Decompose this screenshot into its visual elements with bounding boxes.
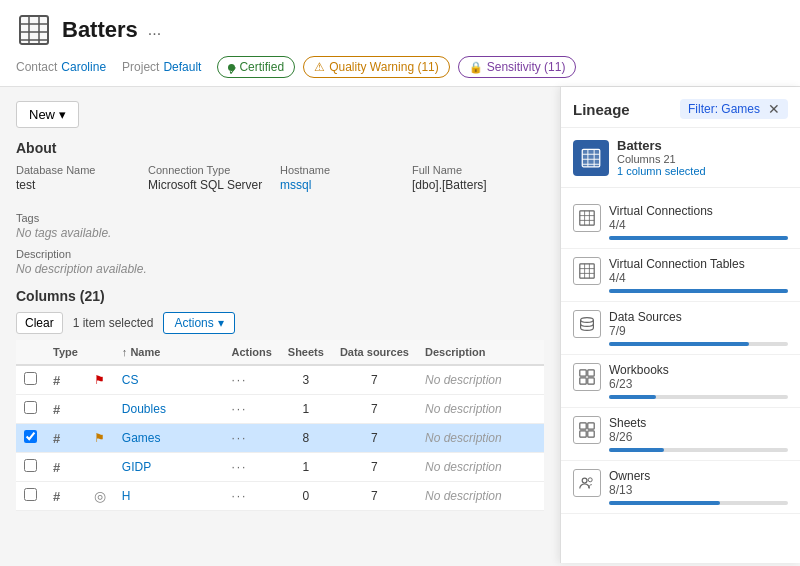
lineage-column-link[interactable]: 1 column selected [617, 165, 706, 177]
lineage-columns: Columns 21 [617, 153, 706, 165]
row-desc-games: No description [417, 424, 544, 453]
sheets-icon [573, 416, 601, 444]
table-row: # GIDP ··· 1 7 No description [16, 453, 544, 482]
svg-rect-25 [580, 378, 586, 384]
sheets-count: 8/26 [609, 430, 646, 444]
row-actions-gidp[interactable]: ··· [223, 453, 279, 482]
quality-warning-label: Quality Warning (11) [329, 60, 439, 74]
virtual-connections-progress-fill [609, 236, 788, 240]
header: Batters ... Contact Caroline Project Def… [0, 0, 800, 87]
col-header-type[interactable]: Type [45, 340, 86, 365]
dots-gidp[interactable]: ··· [231, 460, 247, 474]
row-checkbox-doubles[interactable] [16, 395, 45, 424]
table-header-row: Type ↑ Name Actions Sheets Data sources … [16, 340, 544, 365]
about-title: About [16, 140, 544, 156]
row-checkbox-games[interactable] [16, 424, 45, 453]
hash-icon: # [53, 489, 60, 504]
row-name-doubles[interactable]: Doubles [114, 395, 224, 424]
svg-rect-12 [580, 211, 594, 225]
clear-button[interactable]: Clear [16, 312, 63, 334]
hash-icon: # [53, 460, 60, 475]
more-options-icon[interactable]: ... [148, 21, 161, 39]
row-actions-h[interactable]: ··· [223, 482, 279, 511]
dots-h[interactable]: ··· [231, 489, 247, 503]
actions-button[interactable]: Actions ▾ [163, 312, 234, 334]
certified-label: Certified [239, 60, 284, 74]
lineage-item-virtual-connection-tables[interactable]: Virtual Connection Tables 4/4 [561, 249, 800, 302]
workbooks-info: Workbooks 6/23 [609, 363, 669, 391]
dots-cs[interactable]: ··· [231, 373, 247, 387]
col-name-link-h[interactable]: H [122, 489, 131, 503]
full-name-item: Full Name [dbo].[Batters] [412, 164, 544, 200]
warning-icon: ⚠ [314, 60, 325, 74]
col-name-link-gidp[interactable]: GIDP [122, 460, 151, 474]
row-sheets-gidp: 1 [280, 453, 332, 482]
certified-badge[interactable]: ✓ Certified [217, 56, 295, 78]
row-checkbox-cs[interactable] [16, 365, 45, 395]
filter-close-icon[interactable]: ✕ [768, 101, 780, 117]
row-actions-games[interactable]: ··· [223, 424, 279, 453]
virtual-connections-title: Virtual Connections [609, 204, 713, 218]
row-name-gidp[interactable]: GIDP [114, 453, 224, 482]
row-checkbox-gidp[interactable] [16, 453, 45, 482]
flag-icon-games: ⚑ [94, 431, 105, 445]
checkbox-doubles[interactable] [24, 401, 37, 414]
contact-value[interactable]: Caroline [61, 60, 106, 74]
col-header-actions[interactable]: Actions [223, 340, 279, 365]
checkbox-games[interactable] [24, 430, 37, 443]
row-name-cs[interactable]: CS [114, 365, 224, 395]
lineage-item-workbooks[interactable]: Workbooks 6/23 [561, 355, 800, 408]
row-flag-cs: ⚑ [86, 365, 114, 395]
col-header-sheets[interactable]: Sheets [280, 340, 332, 365]
data-sources-title: Data Sources [609, 310, 682, 324]
row-flag-games: ⚑ [86, 424, 114, 453]
row-actions-cs[interactable]: ··· [223, 365, 279, 395]
checkbox-cs[interactable] [24, 372, 37, 385]
svg-rect-24 [588, 370, 594, 376]
dots-games[interactable]: ··· [231, 431, 247, 445]
full-name-val: [dbo].[Batters] [412, 178, 544, 192]
sensitivity-badge[interactable]: 🔒 Sensitivity (11) [458, 56, 577, 78]
workbooks-icon [573, 363, 601, 391]
lineage-item-sheets[interactable]: Sheets 8/26 [561, 408, 800, 461]
lineage-item-owners[interactable]: Owners 8/13 [561, 461, 800, 514]
lineage-item-data-sources[interactable]: Data Sources 7/9 [561, 302, 800, 355]
lineage-item-virtual-connections[interactable]: Virtual Connections 4/4 [561, 196, 800, 249]
hash-icon: # [53, 373, 60, 388]
row-name-h[interactable]: H [114, 482, 224, 511]
col-header-description[interactable]: Description [417, 340, 544, 365]
col-name-link-cs[interactable]: CS [122, 373, 139, 387]
sheets-title: Sheets [609, 416, 646, 430]
row-desc-h: No description [417, 482, 544, 511]
hostname-val[interactable]: mssql [280, 178, 412, 192]
checkbox-h[interactable] [24, 488, 37, 501]
col-header-datasources[interactable]: Data sources [332, 340, 417, 365]
row-name-games[interactable]: Games [114, 424, 224, 453]
virtual-connections-progress-bar [609, 236, 788, 240]
columns-table-wrapper: Type ↑ Name Actions Sheets Data sources … [16, 340, 544, 511]
content-area: New ▾ About Database Name test Connectio… [0, 87, 800, 563]
filter-badge[interactable]: Filter: Games ✕ [680, 99, 788, 119]
owners-title: Owners [609, 469, 650, 483]
meta-row: Contact Caroline Project Default ✓ Certi… [16, 56, 784, 86]
col-name-link-doubles[interactable]: Doubles [122, 402, 166, 416]
quality-warning-badge[interactable]: ⚠ Quality Warning (11) [303, 56, 450, 78]
project-item: Project Default [122, 60, 201, 74]
workbooks-title: Workbooks [609, 363, 669, 377]
col-header-name[interactable]: ↑ Name [114, 340, 224, 365]
row-actions-doubles[interactable]: ··· [223, 395, 279, 424]
row-checkbox-h[interactable] [16, 482, 45, 511]
project-value[interactable]: Default [163, 60, 201, 74]
col-name-link-games[interactable]: Games [122, 431, 161, 445]
checkbox-gidp[interactable] [24, 459, 37, 472]
table-icon [16, 12, 52, 48]
row-desc-doubles: No description [417, 395, 544, 424]
lineage-header: Lineage Filter: Games ✕ [561, 87, 800, 128]
virtual-connections-count: 4/4 [609, 218, 713, 232]
dots-doubles[interactable]: ··· [231, 402, 247, 416]
svg-rect-17 [580, 264, 594, 278]
svg-rect-23 [580, 370, 586, 376]
new-button[interactable]: New ▾ [16, 101, 79, 128]
virtual-connection-tables-title: Virtual Connection Tables [609, 257, 745, 271]
row-desc-cs: No description [417, 365, 544, 395]
